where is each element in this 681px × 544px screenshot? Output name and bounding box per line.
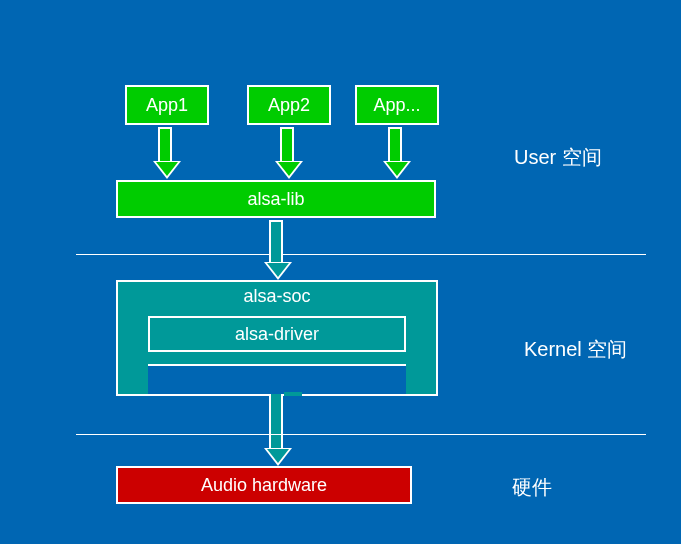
box-app1: App1 (125, 85, 209, 125)
box-audio-hardware: Audio hardware (116, 466, 412, 504)
divider-kernel-hw (76, 434, 646, 435)
box-alsa-lib: alsa-lib (116, 180, 436, 218)
label-user-space: User 空间 (514, 144, 602, 171)
alsa-soc-cutout (148, 364, 406, 394)
box-app2: App2 (247, 85, 331, 125)
box-app3: App... (355, 85, 439, 125)
label-alsa-soc: alsa-soc (118, 286, 436, 307)
box-alsa-soc: alsa-soc alsa-driver (116, 280, 438, 396)
box-alsa-driver: alsa-driver (148, 316, 406, 352)
divider-user-kernel (76, 254, 646, 255)
label-hardware: 硬件 (512, 474, 552, 501)
label-kernel-space: Kernel 空间 (524, 336, 627, 363)
